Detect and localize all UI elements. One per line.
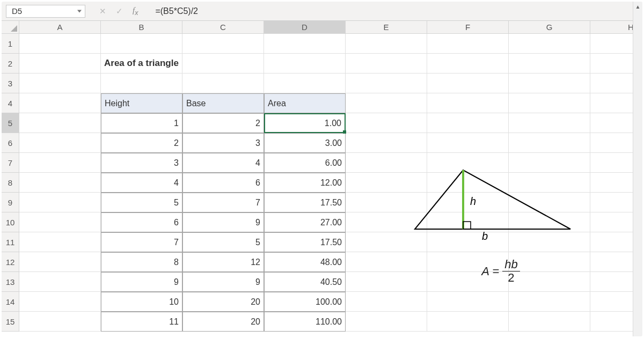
cell-G1[interactable] (509, 34, 590, 54)
cell-B1[interactable] (101, 34, 182, 54)
row-header-13[interactable]: 13 (2, 272, 19, 292)
cell-E15[interactable] (346, 312, 427, 332)
row-header-11[interactable]: 11 (2, 232, 19, 252)
cell-B4[interactable]: Height (101, 93, 182, 113)
row-header-4[interactable]: 4 (2, 93, 19, 113)
cell-C6[interactable]: 3 (182, 133, 264, 153)
cell-A15[interactable] (19, 312, 101, 332)
accept-formula-icon[interactable]: ✓ (116, 6, 123, 16)
cell-G2[interactable] (509, 54, 590, 74)
fx-icon[interactable]: fx (133, 6, 138, 17)
cell-B14[interactable]: 10 (101, 292, 182, 312)
cell-E14[interactable] (346, 292, 427, 312)
col-header-D[interactable]: D (264, 21, 346, 34)
cell-D12[interactable]: 48.00 (264, 252, 346, 272)
chevron-down-icon[interactable] (77, 10, 82, 12)
cell-B15[interactable]: 11 (101, 312, 182, 332)
cell-B10[interactable]: 6 (101, 212, 182, 232)
row-header-12[interactable]: 12 (2, 252, 19, 272)
cell-B3[interactable] (101, 74, 182, 93)
col-header-E[interactable]: E (346, 21, 427, 34)
cell-D15[interactable]: 110.00 (264, 312, 346, 332)
cell-D10[interactable]: 27.00 (264, 212, 346, 232)
cell-A14[interactable] (19, 292, 101, 312)
cell-G15[interactable] (509, 312, 590, 332)
cell-C1[interactable] (182, 34, 264, 54)
cell-G3[interactable] (509, 74, 590, 93)
cell-D9[interactable]: 17.50 (264, 193, 346, 212)
vertical-scrollbar[interactable]: ▲ (633, 2, 642, 338)
row-header-7[interactable]: 7 (2, 153, 19, 173)
col-header-C[interactable]: C (182, 21, 264, 34)
cell-D5[interactable]: 1.00 (264, 113, 346, 133)
cell-B11[interactable]: 7 (101, 232, 182, 252)
cell-C10[interactable]: 9 (182, 212, 264, 232)
row-header-2[interactable]: 2 (2, 54, 19, 74)
cell-F3[interactable] (427, 74, 509, 93)
col-header-G[interactable]: G (509, 21, 590, 34)
cell-D2[interactable] (264, 54, 346, 74)
cell-A1[interactable] (19, 34, 101, 54)
cell-A3[interactable] (19, 74, 101, 93)
cell-D4[interactable]: Area (264, 93, 346, 113)
cell-A11[interactable] (19, 232, 101, 252)
cell-D1[interactable] (264, 34, 346, 54)
cell-E1[interactable] (346, 34, 427, 54)
cell-C5[interactable]: 2 (182, 113, 264, 133)
row-header-6[interactable]: 6 (2, 133, 19, 153)
cell-A8[interactable] (19, 173, 101, 193)
cell-B8[interactable]: 4 (101, 173, 182, 193)
cell-B12[interactable]: 8 (101, 252, 182, 272)
cell-C12[interactable]: 12 (182, 252, 264, 272)
cancel-formula-icon[interactable]: ✕ (99, 6, 106, 16)
row-header-8[interactable]: 8 (2, 173, 19, 193)
cell-D6[interactable]: 3.00 (264, 133, 346, 153)
cell-E5[interactable] (346, 113, 427, 133)
cell-A13[interactable] (19, 272, 101, 292)
cell-F6[interactable] (427, 133, 509, 153)
cell-A12[interactable] (19, 252, 101, 272)
cell-C9[interactable]: 7 (182, 193, 264, 212)
cell-A7[interactable] (19, 153, 101, 173)
cell-D13[interactable]: 40.50 (264, 272, 346, 292)
cell-B5[interactable]: 1 (101, 113, 182, 133)
row-header-14[interactable]: 14 (2, 292, 19, 312)
cell-B6[interactable]: 2 (101, 133, 182, 153)
cell-C11[interactable]: 5 (182, 232, 264, 252)
row-header-5[interactable]: 5 (2, 113, 19, 133)
cell-C7[interactable]: 4 (182, 153, 264, 173)
cell-A5[interactable] (19, 113, 101, 133)
cell-B9[interactable]: 5 (101, 193, 182, 212)
cell-C8[interactable]: 6 (182, 173, 264, 193)
cell-E3[interactable] (346, 74, 427, 93)
cell-C3[interactable] (182, 74, 264, 93)
cell-B2[interactable]: Area of a triangle (101, 54, 182, 74)
cell-D14[interactable]: 100.00 (264, 292, 346, 312)
cell-B13[interactable]: 9 (101, 272, 182, 292)
cell-C4[interactable]: Base (182, 93, 264, 113)
row-header-15[interactable]: 15 (2, 312, 19, 332)
cell-E6[interactable] (346, 133, 427, 153)
cell-F4[interactable] (427, 93, 509, 113)
cell-C2[interactable] (182, 54, 264, 74)
cell-F14[interactable] (427, 292, 509, 312)
cell-A10[interactable] (19, 212, 101, 232)
cell-G14[interactable] (509, 292, 590, 312)
cell-B7[interactable]: 3 (101, 153, 182, 173)
cell-E2[interactable] (346, 54, 427, 74)
select-all-corner[interactable] (2, 21, 19, 34)
cell-D8[interactable]: 12.00 (264, 173, 346, 193)
cell-G4[interactable] (509, 93, 590, 113)
cell-A2[interactable] (19, 54, 101, 74)
cell-F2[interactable] (427, 54, 509, 74)
cell-E4[interactable] (346, 93, 427, 113)
cell-A9[interactable] (19, 193, 101, 212)
row-header-3[interactable]: 3 (2, 74, 19, 93)
cell-F15[interactable] (427, 312, 509, 332)
row-header-10[interactable]: 10 (2, 212, 19, 232)
cell-C14[interactable]: 20 (182, 292, 264, 312)
cell-G5[interactable] (509, 113, 590, 133)
col-header-A[interactable]: A (19, 21, 101, 34)
cell-F1[interactable] (427, 34, 509, 54)
cell-A4[interactable] (19, 93, 101, 113)
